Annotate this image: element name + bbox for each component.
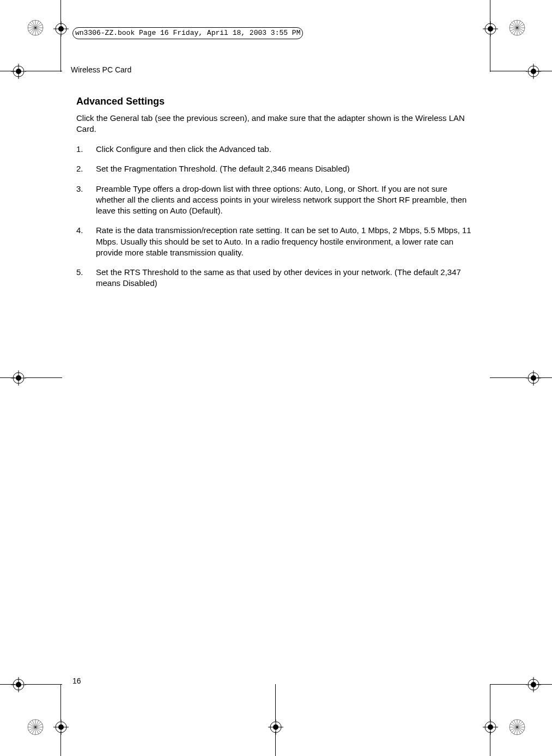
crop-line [490, 731, 490, 756]
register-mark-icon [11, 677, 26, 692]
crop-line [60, 684, 61, 721]
list-item-text: Rate is the data transmission/reception … [96, 225, 471, 257]
register-mark-icon [53, 21, 69, 36]
crop-line [490, 71, 527, 71]
list-item: 1.Click Configure and then click the Adv… [76, 144, 474, 155]
crop-line [60, 731, 61, 756]
register-mark-icon [268, 720, 283, 735]
radial-mark-icon [509, 20, 525, 36]
list-item: 3.Preamble Type offers a drop-down list … [76, 184, 474, 217]
radial-mark-icon [509, 719, 525, 735]
crop-line [490, 377, 527, 378]
list-item: 2.Set the Fragmentation Threshold. (The … [76, 163, 474, 174]
list-item: 5.Set the RTS Threshold to the same as t… [76, 267, 474, 289]
numbered-list: 1.Click Configure and then click the Adv… [76, 144, 474, 289]
register-mark-icon [483, 720, 498, 735]
intro-text: Click the General tab (see the previous … [76, 113, 474, 134]
register-mark-icon [483, 21, 498, 36]
register-mark-icon [526, 370, 541, 386]
register-mark-icon [11, 64, 26, 79]
crop-line [275, 731, 276, 756]
crop-line [490, 684, 490, 721]
crop-line [275, 684, 276, 721]
crop-line [0, 377, 15, 378]
crop-line [25, 377, 62, 378]
page-content: Wireless PC Card Advanced Settings Click… [71, 65, 474, 298]
crop-line [537, 377, 552, 378]
list-item-text: Preamble Type offers a drop-down list wi… [96, 184, 466, 216]
list-item: 4.Rate is the data transmission/receptio… [76, 225, 474, 258]
crop-line [0, 684, 15, 685]
register-mark-icon [526, 64, 541, 79]
crop-line [490, 0, 490, 25]
crop-line [25, 684, 62, 685]
crop-line [537, 71, 552, 71]
radial-mark-icon [27, 719, 44, 735]
header-filename-box: wn3306-ZZ.book Page 16 Friday, April 18,… [72, 27, 303, 39]
list-item-text: Set the RTS Threshold to the same as tha… [96, 267, 461, 288]
register-mark-icon [11, 370, 26, 386]
register-mark-icon [526, 677, 541, 692]
crop-line [60, 35, 61, 72]
crop-line [537, 684, 552, 685]
crop-line [25, 71, 62, 71]
crop-line [490, 35, 490, 72]
list-item-text: Set the Fragmentation Threshold. (The de… [96, 164, 350, 173]
section-title: Advanced Settings [76, 96, 474, 107]
list-item-text: Click Configure and then click the Advan… [96, 144, 271, 154]
register-mark-icon [53, 720, 69, 735]
crop-line [0, 71, 15, 71]
running-header: Wireless PC Card [71, 65, 474, 74]
page-number: 16 [72, 676, 81, 685]
crop-line [490, 684, 527, 685]
crop-line [60, 0, 61, 25]
radial-mark-icon [27, 20, 44, 36]
